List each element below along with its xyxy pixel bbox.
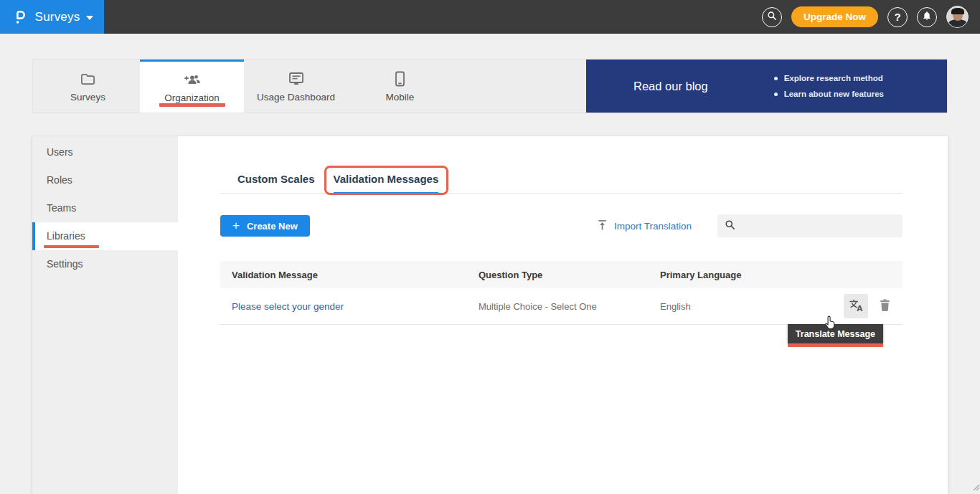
- sidebar-item-teams[interactable]: Teams: [32, 194, 178, 222]
- sidebar-item-label: Users: [47, 146, 73, 158]
- tab-label: Custom Scales: [237, 173, 315, 185]
- column-header-validation-message: Validation Message: [232, 270, 479, 280]
- product-label: Surveys: [35, 10, 80, 24]
- column-header-question-type: Question Type: [479, 270, 660, 280]
- sidebar-item-label: Teams: [47, 202, 76, 214]
- banner-bullet: Explore research method: [773, 70, 884, 86]
- primary-language-cell: English: [660, 301, 844, 312]
- sidebar-item-settings[interactable]: Settings: [32, 250, 178, 278]
- libraries-tabs: Custom Scales Validation Messages: [220, 166, 903, 194]
- question-type-cell: Multiple Choice - Select One: [479, 301, 660, 312]
- nav-tab-label: Usage Dashboard: [257, 92, 335, 103]
- sidebar-item-roles[interactable]: Roles: [32, 166, 178, 194]
- user-avatar[interactable]: [946, 6, 969, 28]
- add-group-icon: [183, 72, 202, 87]
- trash-icon: [879, 298, 891, 314]
- primary-nav-card: Surveys Organization: [32, 59, 948, 113]
- annotation-underline-tooltip: [788, 343, 883, 347]
- top-bar: Surveys Upgrade Now ?: [0, 0, 980, 34]
- questionpro-logo-icon: [11, 8, 29, 26]
- import-translation-label: Import Translation: [614, 221, 692, 232]
- validation-message-link[interactable]: Please select your gender: [232, 301, 479, 312]
- notifications-button[interactable]: [917, 7, 937, 27]
- blog-banner[interactable]: Read our blog Explore research method Le…: [586, 60, 947, 113]
- table-row: Please select your gender Multiple Choic…: [220, 288, 903, 325]
- active-tab-indicator: [334, 192, 439, 194]
- import-icon: [597, 219, 608, 233]
- translate-icon: A: [849, 298, 864, 315]
- sidebar-item-label: Settings: [47, 258, 83, 270]
- tab-label: Validation Messages: [334, 173, 439, 185]
- global-search-button[interactable]: [762, 7, 782, 27]
- create-new-label: Create New: [247, 221, 298, 232]
- annotation-underline-libraries: [44, 245, 99, 248]
- organization-panel: Users Roles Teams Libraries Settings Cus…: [32, 136, 948, 494]
- sidebar-item-label: Libraries: [47, 230, 85, 242]
- nav-tab-label: Surveys: [70, 92, 105, 103]
- toolbar-right-group: Import Translation: [597, 214, 903, 237]
- delete-message-button[interactable]: [879, 298, 891, 314]
- hand-cursor-icon: [822, 313, 839, 331]
- translate-message-button[interactable]: A: [844, 294, 868, 318]
- nav-tab-label: Organization: [164, 92, 220, 103]
- row-actions: A: [844, 294, 891, 318]
- help-button[interactable]: ?: [887, 7, 908, 27]
- smartphone-icon: [395, 71, 405, 87]
- banner-bullet-list: Explore research method Learn about new …: [773, 70, 884, 102]
- libraries-content: Custom Scales Validation Messages + Crea…: [178, 136, 948, 494]
- upgrade-now-button[interactable]: Upgrade Now: [791, 6, 878, 27]
- chevron-down-icon: [86, 16, 93, 20]
- plus-icon: +: [232, 219, 240, 232]
- search-icon: [767, 11, 777, 23]
- folder-icon: [80, 71, 96, 87]
- product-switcher[interactable]: Surveys: [0, 0, 104, 34]
- library-search-box[interactable]: [717, 214, 903, 237]
- banner-bullet: Learn about new features: [773, 86, 884, 102]
- table-header-row: Validation Message Question Type Primary…: [220, 261, 903, 288]
- annotation-underline-organization: [159, 103, 225, 107]
- nav-tab-mobile[interactable]: Mobile: [348, 60, 452, 113]
- validation-messages-table: Validation Message Question Type Primary…: [220, 261, 903, 325]
- banner-title: Read our blog: [633, 80, 708, 93]
- topbar-actions: Upgrade Now ?: [762, 0, 980, 34]
- tab-custom-scales[interactable]: Custom Scales: [237, 166, 315, 193]
- search-icon: [725, 219, 735, 233]
- translate-message-tooltip: Translate Message: [788, 324, 883, 343]
- sidebar-item-label: Roles: [47, 174, 72, 186]
- svg-text:A: A: [857, 304, 863, 313]
- sidebar-item-users[interactable]: Users: [32, 138, 178, 166]
- library-toolbar: + Create New Import Translation: [220, 214, 903, 237]
- question-mark-icon: ?: [894, 11, 900, 23]
- library-search-input[interactable]: [735, 214, 903, 237]
- tab-validation-messages[interactable]: Validation Messages: [334, 166, 439, 193]
- dashboard-monitor-icon: [288, 71, 305, 87]
- column-header-primary-language: Primary Language: [660, 270, 891, 280]
- organization-sidebar: Users Roles Teams Libraries Settings: [32, 136, 178, 494]
- sidebar-item-libraries[interactable]: Libraries: [32, 222, 178, 250]
- nav-tab-label: Mobile: [386, 92, 415, 103]
- create-new-button[interactable]: + Create New: [220, 215, 310, 237]
- tooltip-label: Translate Message: [796, 329, 875, 339]
- resize-grip-icon[interactable]: [973, 480, 979, 493]
- nav-tab-surveys[interactable]: Surveys: [36, 60, 140, 113]
- bell-icon: [922, 11, 932, 23]
- nav-tab-organization[interactable]: Organization: [140, 60, 244, 113]
- nav-tab-usage-dashboard[interactable]: Usage Dashboard: [244, 60, 348, 113]
- import-translation-link[interactable]: Import Translation: [597, 219, 692, 233]
